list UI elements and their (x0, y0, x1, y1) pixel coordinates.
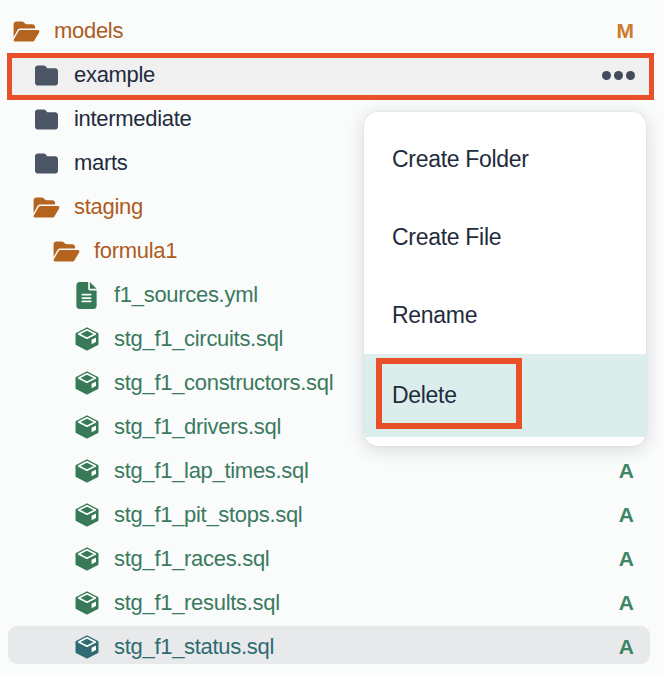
git-status-badge: A (619, 503, 634, 527)
menu-item-delete[interactable]: Delete (364, 354, 646, 437)
model-cube-icon (73, 502, 100, 529)
git-status-badge: A (619, 591, 634, 615)
menu-item-create-file[interactable]: Create File (364, 198, 646, 276)
menu-item-label: Rename (392, 302, 477, 329)
model-cube-icon (73, 326, 100, 353)
tree-item-label: staging (74, 194, 143, 220)
tree-item-label: formula1 (94, 238, 177, 264)
model-cube-icon (73, 370, 100, 397)
model-cube-icon (73, 458, 100, 485)
tree-item-example[interactable]: example (0, 53, 664, 97)
open-folder-icon (53, 238, 80, 265)
closed-folder-icon (33, 62, 60, 89)
tree-item-label: example (74, 62, 155, 88)
tree-item-label: stg_f1_drivers.sql (114, 414, 281, 440)
open-folder-icon (13, 18, 40, 45)
tree-item-label: models (54, 18, 123, 44)
tree-item-label: intermediate (74, 106, 191, 132)
tree-item-label: stg_f1_status.sql (114, 634, 274, 660)
git-status-badge: A (619, 547, 634, 571)
menu-item-create-folder[interactable]: Create Folder (364, 120, 646, 198)
model-cube-icon (73, 634, 100, 661)
yml-file-icon (73, 282, 100, 309)
tree-item-stg-f1-status-sql[interactable]: stg_f1_status.sqlA (0, 625, 664, 669)
tree-item-label: stg_f1_lap_times.sql (114, 458, 309, 484)
git-status-badge: A (619, 459, 634, 483)
closed-folder-icon (33, 150, 60, 177)
tree-item-label: stg_f1_pit_stops.sql (114, 502, 302, 528)
tree-item-stg-f1-lap-times-sql[interactable]: stg_f1_lap_times.sqlA (0, 449, 664, 493)
model-cube-icon (73, 590, 100, 617)
git-status-badge: M (617, 19, 635, 43)
row-actions-ellipsis-icon[interactable] (602, 71, 635, 80)
tree-item-stg-f1-pit-stops-sql[interactable]: stg_f1_pit_stops.sqlA (0, 493, 664, 537)
menu-item-label: Create Folder (392, 146, 529, 173)
menu-item-rename[interactable]: Rename (364, 276, 646, 354)
tree-item-label: stg_f1_results.sql (114, 590, 280, 616)
tree-item-label: stg_f1_circuits.sql (114, 326, 283, 352)
open-folder-icon (33, 194, 60, 221)
tree-item-stg-f1-races-sql[interactable]: stg_f1_races.sqlA (0, 537, 664, 581)
tree-item-label: stg_f1_constructors.sql (114, 370, 333, 396)
tree-item-label: marts (74, 150, 128, 176)
closed-folder-icon (33, 106, 60, 133)
menu-item-label: Create File (392, 224, 501, 251)
model-cube-icon (73, 546, 100, 573)
tree-item-label: f1_sources.yml (114, 282, 258, 308)
context-menu: Create FolderCreate FileRenameDelete (364, 112, 646, 446)
model-cube-icon (73, 414, 100, 441)
tree-item-stg-f1-results-sql[interactable]: stg_f1_results.sqlA (0, 581, 664, 625)
tree-item-label: stg_f1_races.sql (114, 546, 269, 572)
menu-item-label: Delete (392, 382, 457, 409)
tree-item-models[interactable]: modelsM (0, 9, 664, 53)
git-status-badge: A (619, 635, 634, 659)
